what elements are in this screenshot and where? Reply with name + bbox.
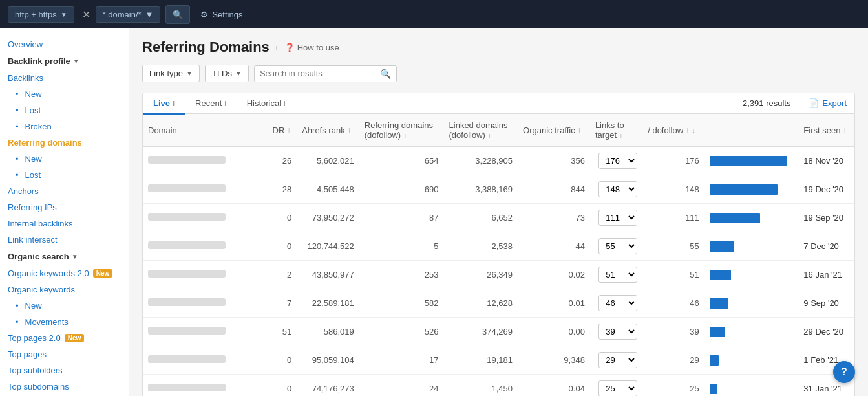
tab-historical[interactable]: Historical i: [237, 93, 296, 115]
ahrefs-rank-cell: 5,602,021: [297, 147, 359, 175]
sidebar-item-organic-keywords-new[interactable]: New: [0, 298, 129, 314]
sidebar-item-referring-domains[interactable]: Referring domains: [0, 135, 129, 151]
links-to-target-cell[interactable]: 25: [590, 375, 642, 397]
sidebar-item-internal-backlinks[interactable]: Internal backlinks: [0, 215, 129, 232]
links-to-target-cell[interactable]: 29: [590, 346, 642, 375]
link-type-filter[interactable]: Link type ▼: [142, 65, 200, 82]
sidebar-item-organic-keywords[interactable]: Organic keywords: [0, 281, 129, 298]
links-to-target-select[interactable]: 39: [598, 324, 637, 340]
col-dofollow[interactable]: / dofollow i ↓: [642, 114, 704, 147]
links-to-target-select[interactable]: 148: [598, 181, 637, 197]
links-to-target-cell[interactable]: 55: [590, 232, 642, 261]
help-button[interactable]: ?: [833, 361, 855, 383]
organic-traffic-cell: 0.00: [518, 318, 590, 346]
sidebar-item-organic-keywords-movements[interactable]: Movements: [0, 314, 129, 330]
links-to-target-select[interactable]: 51: [598, 267, 637, 283]
dr-cell: 51: [268, 318, 297, 346]
sidebar-item-link-intersect[interactable]: Link intersect: [0, 232, 129, 248]
chevron-icon: ▼: [73, 58, 79, 65]
links-to-target-select[interactable]: 111: [598, 210, 637, 226]
protocol-selector[interactable]: http + https ▼: [8, 6, 74, 23]
col-organic-traffic[interactable]: Organic traffic i: [518, 114, 590, 147]
search-box[interactable]: 🔍: [254, 65, 397, 82]
how-to-use-link[interactable]: ❓ How to use: [284, 43, 339, 52]
col-ahrefs-rank[interactable]: Ahrefs rank i: [297, 114, 359, 147]
organic-traffic-cell: 0.04: [518, 375, 590, 397]
table-row: 074,176,273241,4500.04252531 Jan '21: [143, 375, 854, 397]
export-button[interactable]: 📄 Export: [801, 93, 854, 113]
ahrefs-rank-cell: 120,744,522: [297, 232, 359, 261]
links-to-target-select[interactable]: 29: [598, 352, 637, 368]
sidebar-item-top-pages[interactable]: Top pages: [0, 346, 129, 362]
page-title: Referring Domains: [142, 39, 270, 56]
domain-cell: [143, 289, 268, 318]
domain-link[interactable]: [148, 298, 226, 306]
organic-traffic-cell: 0.01: [518, 289, 590, 318]
search-icon: 🔍: [173, 10, 183, 19]
col-referring-domains[interactable]: Referring domains(dofollow) i: [359, 114, 444, 147]
col-dr[interactable]: DR i: [268, 114, 297, 147]
sidebar: Overview Backlink profile ▼ Backlinks Ne…: [0, 28, 129, 396]
linked-domains-cell: 26,349: [444, 261, 518, 289]
domain-link[interactable]: [148, 241, 226, 249]
bar-cell: [704, 232, 799, 261]
sidebar-item-top-subfolders[interactable]: Top subfolders: [0, 362, 129, 379]
sidebar-item-backlinks-new[interactable]: New: [0, 86, 129, 102]
bar-cell: [704, 175, 799, 204]
sidebar-item-backlinks-broken[interactable]: Broken: [0, 118, 129, 135]
domain-link[interactable]: [148, 156, 226, 164]
links-to-target-select[interactable]: 176: [598, 153, 637, 169]
domain-label: *.domain/*: [103, 10, 142, 19]
referring-domains-cell: 87: [359, 204, 444, 232]
domain-link[interactable]: [148, 213, 226, 221]
domain-link[interactable]: [148, 384, 226, 391]
linked-domains-cell: 19,181: [444, 346, 518, 375]
settings-button[interactable]: ⚙ Settings: [200, 10, 242, 19]
page-header: Referring Domains i ❓ How to use: [142, 39, 855, 56]
sidebar-item-overview[interactable]: Overview: [0, 36, 129, 52]
tab-recent[interactable]: Recent i: [185, 93, 237, 115]
links-to-target-cell[interactable]: 176: [590, 147, 642, 175]
organic-traffic-cell: 0.02: [518, 261, 590, 289]
sidebar-item-anchors[interactable]: Anchors: [0, 183, 129, 199]
tlds-filter[interactable]: TLDs ▼: [205, 65, 249, 82]
sidebar-item-backlinks[interactable]: Backlinks: [0, 70, 129, 86]
settings-label: Settings: [212, 10, 242, 19]
domain-link[interactable]: [148, 355, 226, 363]
sidebar-group-backlink-profile[interactable]: Backlink profile ▼: [0, 52, 129, 70]
links-to-target-cell[interactable]: 46: [590, 289, 642, 318]
ahrefs-rank-cell: 586,019: [297, 318, 359, 346]
links-to-target-cell[interactable]: 51: [590, 261, 642, 289]
domain-link[interactable]: [148, 270, 226, 278]
search-input[interactable]: [260, 69, 376, 78]
links-to-target-select[interactable]: 46: [598, 295, 637, 311]
col-linked-domains[interactable]: Linked domains(dofollow) i: [444, 114, 518, 147]
sidebar-item-referring-domains-new[interactable]: New: [0, 151, 129, 167]
domain-link[interactable]: [148, 184, 226, 192]
tab-live[interactable]: Live i: [143, 93, 185, 115]
referring-domains-cell: 5: [359, 232, 444, 261]
sidebar-item-referring-ips[interactable]: Referring IPs: [0, 199, 129, 215]
dofollow-cell: 46: [642, 289, 704, 318]
close-icon[interactable]: ✕: [82, 8, 90, 21]
referring-domains-cell: 690: [359, 175, 444, 204]
protocol-label: http + https: [15, 10, 57, 19]
sidebar-item-referring-domains-lost[interactable]: Lost: [0, 167, 129, 183]
domain-selector[interactable]: *.domain/* ▼: [96, 6, 161, 23]
table-header-row: Domain DR i Ahrefs rank i Referring doma…: [143, 114, 854, 147]
sidebar-item-top-pages-20[interactable]: Top pages 2.0 New: [0, 330, 129, 346]
sidebar-item-top-subdomains[interactable]: Top subdomains: [0, 379, 129, 395]
sidebar-item-backlinks-lost[interactable]: Lost: [0, 102, 129, 118]
sidebar-group-organic-search[interactable]: Organic search ▼: [0, 248, 129, 265]
links-to-target-cell[interactable]: 111: [590, 204, 642, 232]
sidebar-item-organic-keywords-20[interactable]: Organic keywords 2.0 New: [0, 265, 129, 281]
links-to-target-cell[interactable]: 39: [590, 318, 642, 346]
dr-cell: 28: [268, 175, 297, 204]
domain-link[interactable]: [148, 327, 226, 335]
col-links-to-target[interactable]: Links totarget i: [590, 114, 642, 147]
topbar-search-button[interactable]: 🔍: [165, 5, 190, 24]
col-first-seen[interactable]: First seen i: [798, 114, 854, 147]
links-to-target-cell[interactable]: 148: [590, 175, 642, 204]
links-to-target-select[interactable]: 25: [598, 380, 637, 396]
links-to-target-select[interactable]: 55: [598, 238, 637, 254]
